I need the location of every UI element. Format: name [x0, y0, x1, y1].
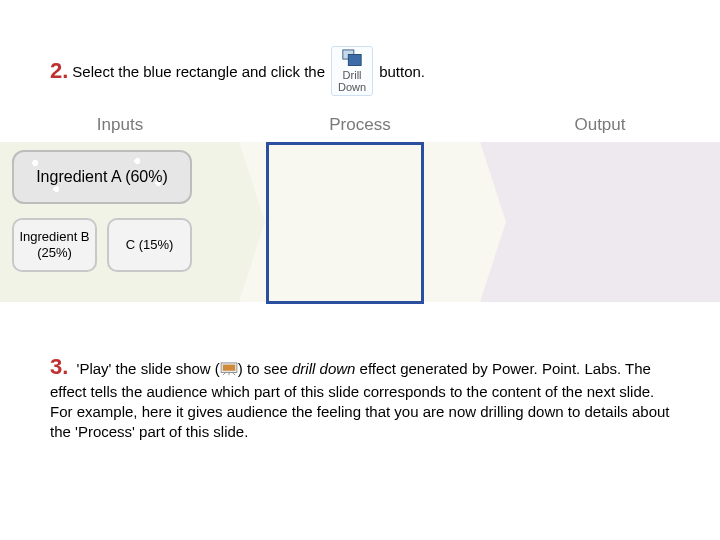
ingredient-c-label: C (15%) — [126, 237, 174, 253]
drill-down-button[interactable]: Drill Down — [331, 46, 373, 96]
step3-drill-down-em: drill down — [292, 360, 355, 377]
header-output: Output — [480, 115, 720, 135]
step3-text-mid: ) to see — [238, 360, 292, 377]
ingredient-b-label: Ingredient B (25%) — [14, 229, 95, 260]
ingredient-c-box: C (15%) — [107, 218, 192, 272]
step2-text-before: Select the blue rectangle and click the — [72, 63, 325, 80]
step3-text-before: 'Play' the slide show ( — [77, 360, 220, 377]
drill-down-label-2: Down — [338, 81, 366, 93]
header-process: Process — [240, 115, 480, 135]
process-selection-rectangle[interactable] — [266, 142, 424, 304]
ingredient-b-box: Ingredient B (25%) — [12, 218, 97, 272]
step2-instruction: 2. Select the blue rectangle and click t… — [50, 46, 680, 96]
step3-instruction: 3. 'Play' the slide show () to see drill… — [50, 352, 670, 442]
process-headers: Inputs Process Output — [0, 115, 720, 135]
ingredient-a-label: Ingredient A (60%) — [36, 168, 168, 186]
header-inputs: Inputs — [0, 115, 240, 135]
step3-number: 3. — [50, 354, 68, 379]
play-slideshow-icon — [220, 361, 238, 375]
ingredient-a-box: Ingredient A (60%) — [12, 150, 192, 204]
band-output — [480, 142, 720, 302]
step2-number: 2. — [50, 58, 68, 84]
drill-down-label-1: Drill — [343, 69, 362, 81]
svg-rect-1 — [348, 55, 361, 66]
drill-down-icon — [341, 49, 363, 67]
svg-rect-3 — [223, 365, 235, 371]
step2-text-after: button. — [379, 63, 425, 80]
